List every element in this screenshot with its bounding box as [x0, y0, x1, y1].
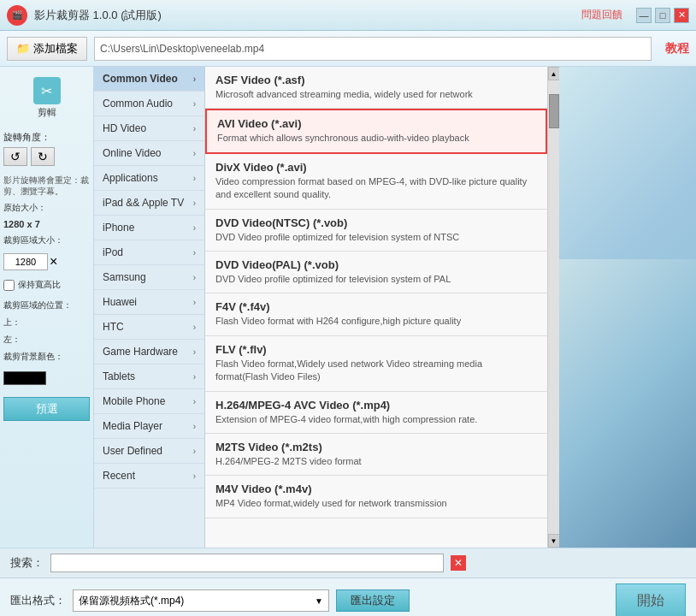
toolbar: 📁 添加檔案 C:\Users\Lin\Desktop\veneelab.mp4… [0, 31, 696, 67]
category-item-htc[interactable]: HTC › [94, 315, 204, 340]
chevron-right-icon-samsung: › [193, 273, 196, 282]
format-item-h264-mp4[interactable]: H.264/MPEG-4 AVC Video (*.mp4) Extension… [205, 392, 547, 434]
format-name-dvd-ntsc: DVD Video(NTSC) (*.vob) [215, 216, 537, 229]
file-path-display: C:\Users\Lin\Desktop\veneelab.mp4 [94, 37, 652, 61]
category-label-ipod: iPod [103, 246, 123, 258]
chevron-right-icon-apps: › [193, 174, 196, 183]
category-item-ipod[interactable]: iPod › [94, 240, 204, 265]
title-bar: 🎬 影片裁剪器 1.0.0 (試用版) 問題回饋 — □ ✕ [0, 0, 696, 31]
chevron-right-icon-huawei: › [193, 298, 196, 307]
export-settings-button[interactable]: 匯出設定 [336, 589, 410, 612]
crop-width-input[interactable] [3, 253, 48, 270]
format-item-divx[interactable]: DivX Video (*.avi) Video compression for… [205, 154, 547, 210]
minimize-button[interactable]: — [636, 8, 652, 23]
format-scrollbar[interactable]: ▲ ▼ [547, 67, 559, 548]
format-item-f4v[interactable]: F4V (*.f4v) Flash Video format with H264… [205, 293, 547, 335]
format-name-divx: DivX Video (*.avi) [215, 161, 537, 174]
format-desc-asf: Microsoft advanced streaming media, wide… [215, 88, 537, 101]
search-clear-button[interactable]: ✕ [451, 555, 466, 571]
category-item-recent[interactable]: Recent › [94, 464, 204, 489]
color-swatch[interactable] [3, 371, 46, 385]
scroll-up-button[interactable]: ▲ [548, 67, 560, 80]
folder-icon: 📁 [16, 42, 30, 55]
chevron-right-icon-iphone: › [193, 223, 196, 233]
category-item-huawei[interactable]: Huawei › [94, 290, 204, 315]
format-select-dropdown[interactable]: 保留源視頻格式(*.mp4) ▼ [73, 589, 329, 612]
format-select-value: 保留源視頻格式(*.mp4) [79, 594, 184, 608]
category-item-ipad-apple-tv[interactable]: iPad && Apple TV › [94, 191, 204, 216]
scissors-icon: ✂ [33, 77, 61, 104]
category-item-game-hardware[interactable]: Game Hardware › [94, 340, 204, 364]
help-link[interactable]: 問題回饋 [581, 8, 622, 22]
category-item-media-player[interactable]: Media Player › [94, 414, 204, 439]
category-label-common-video: Common Video [103, 73, 178, 85]
category-label-ipad-apple-tv: iPad && Apple TV [103, 197, 184, 209]
format-item-m2ts[interactable]: M2TS Video (*.m2ts) H.264/MPEG-2 M2TS vi… [205, 434, 547, 476]
bg-color-label: 裁剪背景顏色： [3, 351, 90, 363]
category-item-mobile-phone[interactable]: Mobile Phone › [94, 389, 204, 414]
category-label-huawei: Huawei [103, 296, 137, 308]
preview-image [559, 67, 696, 548]
edit-label: 剪輯 [38, 106, 56, 119]
format-desc-dvd-pal: DVD Video profile optimized for televisi… [215, 273, 537, 286]
format-item-dvd-pal[interactable]: DVD Video(PAL) (*.vob) DVD Video profile… [205, 252, 547, 293]
scroll-down-button[interactable]: ▼ [548, 534, 560, 548]
output-format-label: 匯出格式： [10, 593, 66, 608]
chevron-right-icon-user: › [193, 447, 196, 456]
category-list: Common Video › Common Audio › HD Video ›… [94, 67, 205, 548]
format-desc-f4v: Flash Video format with H264 configure,h… [215, 315, 537, 328]
scroll-thumb[interactable] [549, 94, 559, 128]
format-list: ASF Video (*.asf) Microsoft advanced str… [205, 67, 547, 548]
category-label-tablets: Tablets [103, 370, 135, 382]
close-button[interactable]: ✕ [674, 8, 689, 23]
rotate-label: 旋轉角度： [3, 131, 90, 144]
category-label-samsung: Samsung [103, 271, 146, 283]
app-title: 影片裁剪器 1.0.0 (試用版) [34, 8, 581, 23]
start-button[interactable]: 開始 [616, 583, 686, 616]
format-item-avi[interactable]: AVI Video (*.avi) Format which allows sy… [205, 109, 547, 153]
crop-size-label: 裁剪區域大小： [3, 234, 90, 246]
format-name-asf: ASF Video (*.asf) [215, 74, 537, 86]
times-icon: × [50, 254, 57, 270]
category-label-media-player: Media Player [103, 420, 162, 432]
chevron-right-icon-audio: › [193, 99, 196, 109]
category-item-common-video[interactable]: Common Video › [94, 67, 204, 92]
category-item-samsung[interactable]: Samsung › [94, 265, 204, 290]
left-panel: ✂ 剪輯 旋轉角度： ↺ ↻ 影片旋轉將會重定：裁剪、瀏覽字幕。 原始大小： 1… [0, 67, 94, 548]
format-item-m4v[interactable]: M4V Video (*.m4v) MP4 Video format,widel… [205, 476, 547, 518]
format-name-f4v: F4V (*.f4v) [215, 300, 537, 313]
category-item-applications[interactable]: Applications › [94, 166, 204, 191]
add-file-button[interactable]: 📁 添加檔案 [7, 37, 87, 61]
chevron-right-icon: › [193, 74, 196, 84]
category-item-iphone[interactable]: iPhone › [94, 216, 204, 240]
rotate-section: 旋轉角度： ↺ ↻ [3, 131, 90, 166]
content-area: Common Video › Common Audio › HD Video ›… [94, 67, 559, 548]
format-name-m4v: M4V Video (*.m4v) [215, 483, 537, 495]
tutorial-link[interactable]: 教程 [665, 41, 689, 56]
chevron-right-icon-tablets: › [193, 372, 196, 382]
chevron-right-icon-online: › [193, 149, 196, 158]
category-item-user-defined[interactable]: User Defined › [94, 439, 204, 464]
format-item-flv[interactable]: FLV (*.flv) Flash Video format,Widely us… [205, 336, 547, 392]
chevron-right-icon-media: › [193, 422, 196, 431]
category-item-tablets[interactable]: Tablets › [94, 364, 204, 389]
search-input[interactable] [50, 554, 444, 572]
chevron-right-icon-recent: › [193, 471, 196, 481]
original-size-value: 1280 x 7 [3, 219, 90, 229]
category-item-hd-video[interactable]: HD Video › [94, 116, 204, 141]
edit-tool[interactable]: ✂ 剪輯 [3, 74, 90, 122]
preview-button[interactable]: 預選 [3, 397, 90, 421]
category-item-online-video[interactable]: Online Video › [94, 141, 204, 166]
rotate-right-button[interactable]: ↻ [31, 147, 55, 166]
rotate-left-button[interactable]: ↺ [3, 147, 27, 166]
category-item-common-audio[interactable]: Common Audio › [94, 92, 204, 116]
maximize-button[interactable]: □ [655, 8, 670, 23]
app-icon: 🎬 [7, 5, 27, 26]
format-item-asf[interactable]: ASF Video (*.asf) Microsoft advanced str… [205, 67, 547, 109]
category-label-online-video: Online Video [103, 147, 162, 159]
format-item-dvd-ntsc[interactable]: DVD Video(NTSC) (*.vob) DVD Video profil… [205, 210, 547, 252]
chevron-right-icon-game: › [193, 347, 196, 357]
chevron-right-icon-hd: › [193, 124, 196, 133]
format-desc-h264-mp4: Extension of MPEG-4 video format,with hi… [215, 413, 537, 426]
keep-ratio-checkbox[interactable] [3, 280, 15, 291]
